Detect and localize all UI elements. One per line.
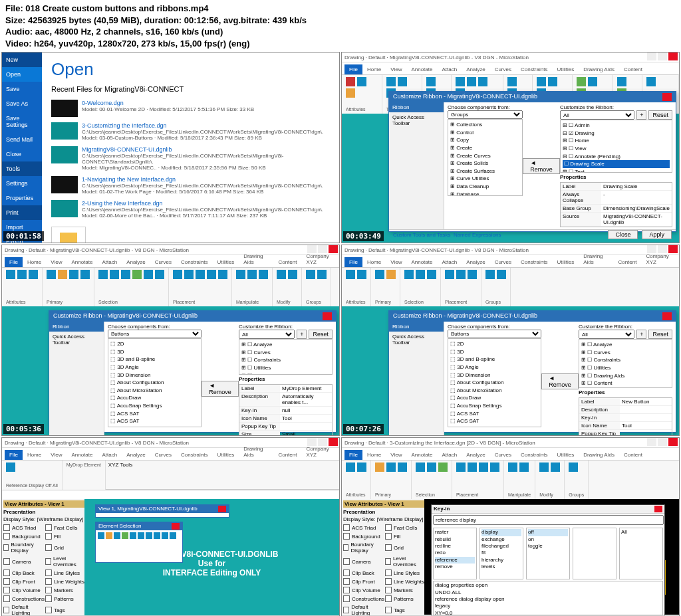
close-icon[interactable] <box>668 52 678 60</box>
nav-save[interactable]: Save <box>2 82 42 96</box>
recent-file[interactable]: 1-Navigating the New Interface.dgnC:\Use… <box>51 176 330 195</box>
thumbnail-1: New Open Save Save As Save Settings Send… <box>1 52 340 243</box>
target-dropdown[interactable]: All <box>560 110 634 120</box>
ribbon-tree[interactable]: ⊞ ☐ Admin⊟ ☑ Drawing ⊞ ☐ Home ⊞ ☐ View ⊟… <box>560 120 672 173</box>
apply-button[interactable]: Apply <box>642 230 672 239</box>
element-selection-tool[interactable]: Element Selection <box>95 522 183 563</box>
nav-settings[interactable]: Settings <box>2 176 42 191</box>
tab-ribbon[interactable]: Ribbon <box>389 102 444 112</box>
choose-label: Choose components from: <box>448 104 523 110</box>
nav-tools[interactable]: Tools <box>2 161 42 176</box>
nav-new[interactable]: New <box>2 52 42 67</box>
close-button[interactable]: Close <box>608 230 638 239</box>
customize-label: Customize the Ribbon: <box>560 104 672 110</box>
timecode: 00:07:26 <box>343 424 384 434</box>
ribbon-tabs[interactable]: FileHomeViewAnnotateAttachAnalyzeCurvesC… <box>342 255 679 268</box>
thumbnail-2: Drawing · Default · MigratingV8i-CONNECT… <box>341 52 680 243</box>
nav-close[interactable]: Close <box>2 147 42 161</box>
folder-icon <box>60 233 77 243</box>
nav-open[interactable]: Open <box>2 67 42 82</box>
ribbon-tabs[interactable]: FileHomeViewAnnotateAttachAnalyzeCurvesC… <box>2 255 339 268</box>
properties-header: Properties <box>560 174 672 180</box>
recent-file[interactable]: MigratingV8i-CONNECT-UI.dgnlibC:\Users\j… <box>51 146 330 171</box>
close-icon[interactable] <box>323 312 332 320</box>
thumbnail-6: Drawing · Default · 3-Customizing the In… <box>341 437 680 616</box>
customize-ribbon-dialog: Customize Ribbon - MigratingV8i-CONNECT-… <box>388 91 676 232</box>
titlebar: Drawing · Default · MigratingV8i-CONNECT… <box>342 52 679 62</box>
thumbnail-4: Drawing · Default · MigratingV8i-CONNECT… <box>341 245 680 436</box>
nav-send-mail[interactable]: Send Mail <box>2 132 42 147</box>
ribbon-tabs[interactable]: FileHomeViewAnnotateAttachAnalyzeCurvesC… <box>342 62 679 75</box>
audio-label: Audio: aac, 48000 Hz, 2 channels, s16, 1… <box>5 27 223 37</box>
keyin-history[interactable]: dialog properties openUNDO ALLreference … <box>433 581 663 615</box>
components-tree[interactable]: ⬚ 2D⬚ 3D⬚ 3D and B-spline⬚ 3D Angle⬚ 3D … <box>108 338 202 427</box>
backstage-sidebar: New Open Save Save As Save Settings Send… <box>2 52 42 243</box>
view-attributes-panel: View Attributes - View 1 Presentation Di… <box>342 499 428 615</box>
close-icon[interactable] <box>662 312 672 320</box>
timecode: 00:03:49 <box>343 231 384 241</box>
from-dropdown[interactable]: Groups <box>448 110 523 119</box>
keyin-dialog[interactable]: Key-in rasterrebuildredlineredoreference… <box>431 504 665 616</box>
nav-save-settings[interactable]: Save Settings <box>2 111 42 132</box>
browse-button[interactable]: Browse <box>51 227 86 243</box>
components-tree[interactable]: ⊞ Collections⊞ Control⊞ Copy⊞ Create⊞ Cr… <box>448 119 523 196</box>
nav-save-as[interactable]: Save As <box>2 96 42 111</box>
reset-button[interactable]: Reset <box>648 110 672 120</box>
ribbon-tabs[interactable]: FileHomeViewAnnotateAttachAnalyzeCurvesC… <box>2 448 339 461</box>
remove-button[interactable]: ◄ Remove <box>523 158 560 174</box>
close-icon[interactable] <box>654 506 662 512</box>
metadata-block: File: 018 Create custom buttons and ribb… <box>0 0 681 52</box>
timecode: 00:05:36 <box>3 424 44 434</box>
open-title: Open <box>51 59 330 80</box>
recent-files-header: Recent Files for MigratingV8i-CONNECT <box>51 85 330 93</box>
view-title-panel[interactable]: View 1, MigratingV8i-CONNECT-UI.dgnlib <box>95 504 229 518</box>
recent-file[interactable]: 3-Customizing the Interface.dgnC:\Users\… <box>51 122 330 141</box>
nav-print[interactable]: Print <box>2 205 42 220</box>
recent-file[interactable]: 0-Welcome.dgnModel: 00-01-Welcome 2D · M… <box>51 100 330 117</box>
keyin-input[interactable] <box>433 515 664 525</box>
thumbnail-5: Drawing · Default · MigratingV8i-CONNECT… <box>1 437 340 616</box>
thumbnail-3: Drawing · Default · MigratingV8i-CONNECT… <box>1 245 340 436</box>
video-label: Video: h264, yuv420p, 1280x720, 273 kb/s… <box>5 39 250 49</box>
timecode: 00:01:58 <box>3 231 44 241</box>
size-label: Size: 42563925 bytes (40,59 MiB), durati… <box>5 15 307 25</box>
recent-file[interactable]: 2-Using the New Interface.dgnC:\Users\je… <box>51 200 330 219</box>
ribbon-tree[interactable]: ⊞ ☐ Analyze⊞ ☐ Curves⊞ ☐ Constraints⊞ ☐ … <box>239 339 333 375</box>
properties-grid: LabelDrawing ScaleAlways Collapse-Base G… <box>560 182 672 227</box>
file-label: File: 018 Create custom buttons and ribb… <box>5 3 209 13</box>
dialog-title: Customize Ribbon - MigratingV8i-CONNECT-… <box>393 93 537 101</box>
close-icon[interactable] <box>662 93 672 101</box>
ribbon-tabs[interactable]: FileHomeViewAnnotateAttachAnalyzeCurvesC… <box>342 448 679 461</box>
nav-properties[interactable]: Properties <box>2 191 42 205</box>
tab-qat[interactable]: Quick Access Toolbar <box>389 112 444 128</box>
ref-display-off-button[interactable]: Reference Display Off All <box>6 483 58 488</box>
view-attributes-panel: View Attributes - View 1 Presentation Di… <box>2 499 88 615</box>
